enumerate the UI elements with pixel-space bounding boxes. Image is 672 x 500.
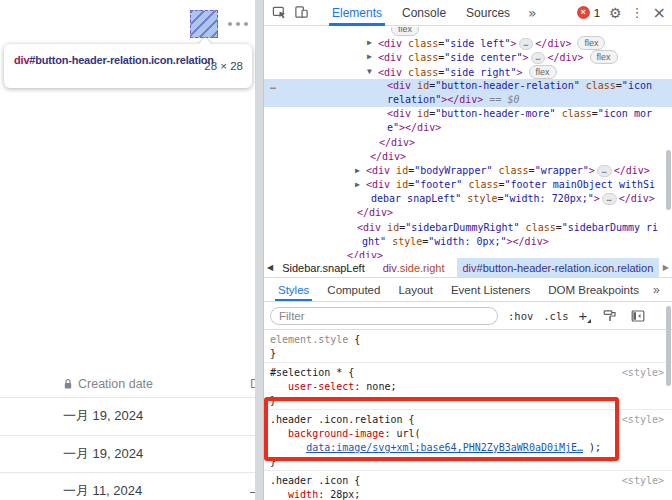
creation-date-header[interactable]: Creation date [63,377,153,391]
dom-tree-line[interactable]: </div> [264,206,672,220]
code-segment: class [468,179,498,190]
tab-dom-breakpoints[interactable]: DOM Breakpoints [540,278,647,301]
code-segment: </div> [370,151,406,162]
collapsed-content-pill[interactable]: … [519,38,534,50]
tab-layout[interactable]: Layout [390,278,441,301]
table-row[interactable]: 一月 19, 2024 [0,397,256,435]
style-rule-line[interactable]: data:image/svg+xml;base64,PHN2ZyB3aWR0aD… [270,441,666,455]
dom-tree-line[interactable]: e"></div> [264,121,672,135]
breadcrumb-item[interactable]: div.side.right [377,258,451,277]
console-error-indicator[interactable]: × 1 [577,6,600,19]
more-sidebar-tabs-icon[interactable]: » [649,278,664,301]
table-row[interactable]: 一月 11, 2024— [0,472,256,500]
dom-tree-line[interactable]: </div> [264,150,672,164]
breadcrumb-scroll-left-icon[interactable]: ◀ [264,263,276,272]
more-tabs-icon[interactable]: » [524,5,541,21]
tab-event-listeners[interactable]: Event Listeners [443,278,538,301]
code-segment: "sidebarDummyRight" [405,222,519,233]
expand-arrow-icon[interactable]: ▶ [355,178,360,192]
style-rule[interactable]: <style>#selection * { user-select: none;… [264,363,672,410]
style-origin-label[interactable]: <style> [622,475,664,486]
elements-tree-scrollbar[interactable] [666,150,671,210]
page-scrollbar[interactable] [255,0,263,500]
toggle-sidebar-icon[interactable] [629,307,647,325]
table-row[interactable]: 一月 19, 2024 [0,435,256,473]
devtools-tab-console[interactable]: Console [392,0,456,26]
style-rule-line[interactable]: .header .icon.relation { [270,413,666,427]
code-segment: == $0 [483,94,519,105]
code-segment: > [510,38,516,49]
more-icon[interactable] [228,22,248,26]
style-rule-line[interactable]: } [270,455,666,469]
expand-arrow-icon[interactable]: ▶ [367,36,372,50]
collapsed-content-pill[interactable]: … [602,193,617,205]
dom-tree-line[interactable]: <div id="button-header-more" class="icon… [264,107,672,121]
dom-tree-line[interactable]: ght" style="width: 0px;"></div> [264,235,672,249]
styles-filter-input[interactable] [270,307,498,325]
style-rule-line[interactable]: } [270,394,666,408]
data-uri-link[interactable]: data:image/svg+xml;base64,PHN2ZyB3aWR0aD… [306,442,583,453]
style-rule-line[interactable]: } [270,347,666,361]
style-rule-line[interactable]: element.style { [270,333,666,347]
dom-tree-line[interactable]: ▶<div id="bodyWrapper" class="wrapper">…… [264,164,672,178]
dom-tree-line[interactable]: relation"></div> == $0 [264,93,672,107]
dom-tree-line[interactable]: ▶<div class="side left">…</div>flex [264,36,672,50]
style-rule[interactable]: <style>.header .icon { width: 28px; heig… [264,471,672,500]
code-segment: user-select [288,381,354,392]
flex-badge[interactable]: flex [577,36,605,50]
dom-tree-line[interactable]: ▶<div class="side center">…</div>flex [264,50,672,64]
devtools-tab-elements[interactable]: Elements [322,0,392,26]
paint-roller-icon[interactable] [601,307,619,325]
dom-tree-line[interactable]: </div> [264,136,672,150]
dom-tree-line[interactable]: <div id="sidebarDummyRight" class="sideb… [264,221,672,235]
dom-tree-line[interactable]: ▶<div id="footer" class="footer mainObje… [264,178,672,192]
style-origin-label[interactable]: <style> [622,414,664,425]
close-devtools-icon[interactable]: × [653,3,666,22]
breadcrumb-item[interactable]: div#button-header-relation.icon.relation [457,258,660,277]
code-segment: } [270,348,276,359]
breadcrumb-scroll-right-icon[interactable]: ▶ [660,263,672,272]
expand-arrow-icon[interactable]: ▼ [367,65,372,79]
code-segment: > [589,165,595,176]
collapsed-content-pill[interactable]: … [597,165,612,177]
style-rule-line[interactable]: user-select: none; [270,380,666,394]
settings-gear-icon[interactable]: ⚙ [609,5,622,21]
style-rule-line[interactable]: width: 28px; [270,488,666,500]
inspect-element-icon[interactable] [270,4,288,22]
style-origin-label[interactable]: <style> [622,367,664,378]
toggle-hover-state-button[interactable]: :hov [508,310,533,322]
flex-badge[interactable]: flex [590,50,618,64]
expand-arrow-icon[interactable]: ▶ [367,50,372,64]
kebab-menu-icon[interactable]: ⋮ [631,5,644,20]
device-toolbar-icon[interactable] [292,4,310,22]
dom-tree-line[interactable]: flex [264,27,672,36]
breadcrumb: ◀ Sidebar.snapLeftdiv.side.rightdiv#butt… [264,258,672,278]
inspected-page: div#button-header-relation.icon.relation… [0,0,255,500]
page-table: Creation date Du 一月 19, 2024一月 19, 2024一… [0,375,256,500]
dom-tree-line[interactable]: ▼<div class="side right">flex [264,65,672,79]
style-rule[interactable]: <style>.header .icon.relation { backgrou… [264,410,672,471]
tab-computed[interactable]: Computed [319,278,388,301]
toggle-element-classes-button[interactable]: .cls [543,310,568,322]
code-segment: "sidebarDummy ri [562,222,658,233]
node-options-dots[interactable]: … [270,79,277,93]
code-segment: <div [366,179,396,190]
new-style-rule-button[interactable]: + [579,310,592,322]
style-rule[interactable]: element.style {} [264,330,672,363]
dom-tree-line[interactable]: …<div id="button-header-relation" class=… [264,79,672,93]
tab-styles[interactable]: Styles [270,278,317,301]
style-rule-line[interactable]: .header .icon { [270,474,666,488]
style-rule-line[interactable]: background-image: url( [270,427,666,441]
dom-tree-line[interactable]: debar snapLeft" style="width: 720px;">…<… [264,192,672,206]
expand-arrow-icon[interactable]: ▶ [355,164,360,178]
flex-badge[interactable]: flex [529,65,557,79]
code-segment: ght" [362,236,386,247]
flex-badge[interactable]: flex [391,27,419,36]
collapsed-content-pill[interactable]: … [531,52,546,64]
breadcrumb-item[interactable]: Sidebar.snapLeft [276,258,371,277]
devtools-tab-sources[interactable]: Sources [456,0,520,26]
code-segment: </div> [535,38,571,49]
style-rule-line[interactable]: #selection * { [270,366,666,380]
code-segment: "footer" [414,179,462,190]
styles-scrollbar[interactable] [666,306,671,386]
